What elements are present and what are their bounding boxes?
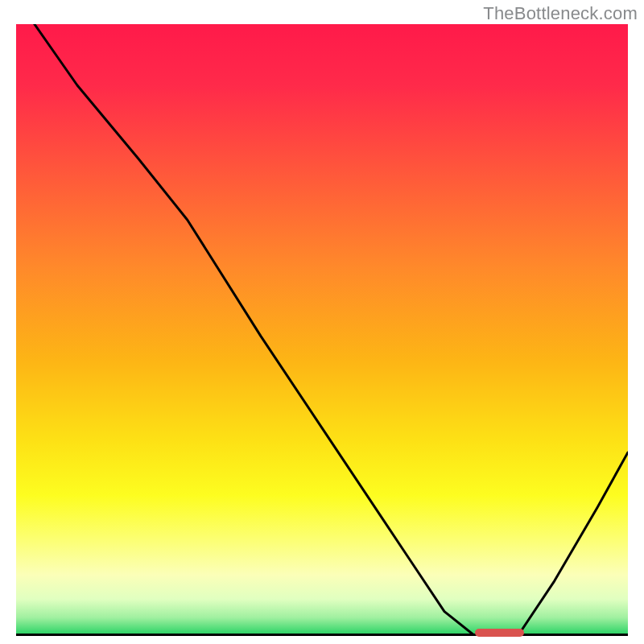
watermark-text: TheBottleneck.com: [483, 3, 638, 24]
plot-area: [16, 24, 628, 636]
chart-svg: [16, 24, 628, 636]
optimal-range-marker: [475, 629, 524, 637]
chart-container: TheBottleneck.com: [0, 0, 644, 644]
bottleneck-curve: [35, 24, 628, 636]
x-axis-baseline: [16, 634, 628, 636]
